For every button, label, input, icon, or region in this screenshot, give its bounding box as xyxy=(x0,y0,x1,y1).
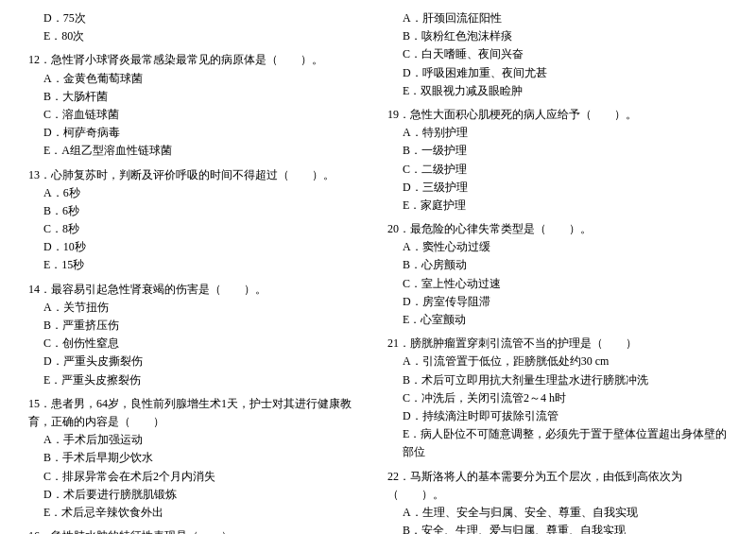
question-16-title: 16．急性肺水肿的特征性表现是（ ）。 xyxy=(28,527,369,534)
option-19b: B．一级护理 xyxy=(403,142,728,160)
option-14e: E．严重头皮擦裂伤 xyxy=(43,371,369,389)
question-20-options: A．窦性心动过缓 B．心房颤动 C．室上性心动过速 D．房室传导阻滞 E．心室颤… xyxy=(387,238,728,329)
page: D．75次 E．80次 12．急性肾小球肾炎最常感染最常见的病原体是（ ）。 A… xyxy=(28,9,728,534)
option-19a: A．特别护理 xyxy=(403,124,728,142)
option-14d: D．严重头皮撕裂伤 xyxy=(43,353,369,370)
question-12-options: A．金黄色葡萄球菌 B．大肠杆菌 C．溶血链球菌 D．柯萨奇病毒 E．A组乙型溶… xyxy=(28,70,369,161)
option-13b: B．6秒 xyxy=(43,202,369,220)
question-12-title: 12．急性肾小球肾炎最常感染最常见的病原体是（ ）。 xyxy=(28,51,369,69)
option-15c: C．排尿异常会在术后2个月内消失 xyxy=(43,468,369,486)
option-13e: E．15秒 xyxy=(43,256,369,274)
question-21: 21．膀胱肿瘤置穿刺引流管不当的护理是（ ） A．引流管置于低位，距膀胱低处约3… xyxy=(387,335,728,461)
option-19c: C．二级护理 xyxy=(403,161,728,179)
option-20c: C．室上性心动过速 xyxy=(403,275,728,293)
option-18a: A．肝颈回流征阳性 xyxy=(403,9,728,27)
option-12e: E．A组乙型溶血性链球菌 xyxy=(43,142,369,160)
option-14b: B．严重挤压伤 xyxy=(43,317,369,335)
question-14-options: A．关节扭伤 B．严重挤压伤 C．创伤性窒息 D．严重头皮撕裂伤 E．严重头皮擦… xyxy=(28,299,369,389)
question-14: 14．最容易引起急性肾衰竭的伤害是（ ）。 A．关节扭伤 B．严重挤压伤 C．创… xyxy=(28,281,369,389)
question-continuation: D．75次 E．80次 xyxy=(28,9,369,45)
option-12b: B．大肠杆菌 xyxy=(43,88,369,106)
option-12d: D．柯萨奇病毒 xyxy=(43,124,369,142)
option-19d: D．三级护理 xyxy=(403,179,728,197)
option-18c: C．白天嗜睡、夜间兴奋 xyxy=(403,45,728,63)
option-18d: D．呼吸困难加重、夜间尤甚 xyxy=(403,64,728,82)
question-13-title: 13．心肺复苏时，判断及评价呼吸的时间不得超过（ ）。 xyxy=(28,166,369,184)
question-15-title: 15．患者男，64岁，良性前列腺增生术1天，护士对其进行健康教育，正确的内容是（… xyxy=(28,395,369,431)
content-columns: D．75次 E．80次 12．急性肾小球肾炎最常感染最常见的病原体是（ ）。 A… xyxy=(28,9,728,534)
option-20b: B．心房颤动 xyxy=(403,256,728,274)
options-list: D．75次 E．80次 xyxy=(28,9,369,45)
question-15: 15．患者男，64岁，良性前列腺增生术1天，护士对其进行健康教育，正确的内容是（… xyxy=(28,395,369,522)
option-21b: B．术后可立即用抗大剂量生理盐水进行膀胱冲洗 xyxy=(403,371,728,389)
option-21c: C．冲洗后，关闭引流管2～4 h时 xyxy=(403,389,728,407)
question-22: 22．马斯洛将人的基本需要分为五个层次，由低到高依次为（ ）。 A．生理、安全与… xyxy=(387,468,728,535)
option-13c: C．8秒 xyxy=(43,220,369,238)
option-15b: B．手术后早期少饮水 xyxy=(43,449,369,467)
option-21e: E．病人卧位不可随意调整，必须先于置于壁体位置超出身体壁的部位 xyxy=(403,425,728,461)
question-20-title: 20．最危险的心律失常类型是（ ）。 xyxy=(387,220,728,238)
question-14-title: 14．最容易引起急性肾衰竭的伤害是（ ）。 xyxy=(28,281,369,299)
option-18e: E．双眼视力减及眼睑肿 xyxy=(403,82,728,100)
question-12: 12．急性肾小球肾炎最常感染最常见的病原体是（ ）。 A．金黄色葡萄球菌 B．大… xyxy=(28,51,369,160)
option-14c: C．创伤性窒息 xyxy=(43,335,369,353)
option-19e: E．家庭护理 xyxy=(403,197,728,215)
option-15e: E．术后忌辛辣饮食外出 xyxy=(43,504,369,522)
option-14a: A．关节扭伤 xyxy=(43,299,369,317)
option-21d: D．持续滴注时即可拔除引流管 xyxy=(403,407,728,425)
question-15-options: A．手术后加强运动 B．手术后早期少饮水 C．排尿异常会在术后2个月内消失 D．… xyxy=(28,431,369,522)
question-16: 16．急性肺水肿的特征性表现是（ ）。 A．气促、发绀、烦躁不安 B．咳粉红色泡… xyxy=(28,527,369,534)
question-20: 20．最危险的心律失常类型是（ ）。 A．窦性心动过缓 B．心房颤动 C．室上性… xyxy=(387,220,728,329)
question-21-options: A．引流管置于低位，距膀胱低处约30 cm B．术后可立即用抗大剂量生理盐水进行… xyxy=(387,353,728,461)
question-22-title: 22．马斯洛将人的基本需要分为五个层次，由低到高依次为（ ）。 xyxy=(387,468,728,504)
option-13a: A．6秒 xyxy=(43,184,369,202)
option-12a: A．金黄色葡萄球菌 xyxy=(43,70,369,88)
option-d75: D．75次 xyxy=(43,9,369,27)
option-20d: D．房室传导阻滞 xyxy=(403,293,728,311)
question-13-options: A．6秒 B．6秒 C．8秒 D．10秒 E．15秒 xyxy=(28,184,369,275)
question-13: 13．心肺复苏时，判断及评价呼吸的时间不得超过（ ）。 A．6秒 B．6秒 C．… xyxy=(28,166,369,275)
option-22a: A．生理、安全与归属、安全、尊重、自我实现 xyxy=(403,504,728,522)
question-18-options: A．肝颈回流征阳性 B．咳粉红色泡沫样痰 C．白天嗜睡、夜间兴奋 D．呼吸困难加… xyxy=(387,9,728,100)
option-22b: B．安全、生理、爱与归属、尊重、自我实现 xyxy=(403,522,728,534)
question-18-opts-list: A．肝颈回流征阳性 B．咳粉红色泡沫样痰 C．白天嗜睡、夜间兴奋 D．呼吸困难加… xyxy=(387,9,728,100)
option-20a: A．窦性心动过缓 xyxy=(403,238,728,256)
option-12c: C．溶血链球菌 xyxy=(43,106,369,124)
option-20e: E．心室颤动 xyxy=(403,311,728,329)
question-19: 19．急性大面积心肌梗死的病人应给予（ ）。 A．特别护理 B．一级护理 C．二… xyxy=(387,106,728,215)
option-18b: B．咳粉红色泡沫样痰 xyxy=(403,27,728,45)
option-15d: D．术后要进行膀胱肌锻炼 xyxy=(43,486,369,504)
option-e80: E．80次 xyxy=(43,27,369,45)
option-21a: A．引流管置于低位，距膀胱低处约30 cm xyxy=(403,353,728,370)
left-column: D．75次 E．80次 12．急性肾小球肾炎最常感染最常见的病原体是（ ）。 A… xyxy=(28,9,369,534)
option-15a: A．手术后加强运动 xyxy=(43,431,369,449)
question-21-title: 21．膀胱肿瘤置穿刺引流管不当的护理是（ ） xyxy=(387,335,728,353)
question-19-title: 19．急性大面积心肌梗死的病人应给予（ ）。 xyxy=(387,106,728,124)
question-22-options: A．生理、安全与归属、安全、尊重、自我实现 B．安全、生理、爱与归属、尊重、自我… xyxy=(387,504,728,534)
option-13d: D．10秒 xyxy=(43,238,369,256)
question-19-options: A．特别护理 B．一级护理 C．二级护理 D．三级护理 E．家庭护理 xyxy=(387,124,728,215)
right-column: A．肝颈回流征阳性 B．咳粉红色泡沫样痰 C．白天嗜睡、夜间兴奋 D．呼吸困难加… xyxy=(387,9,728,534)
